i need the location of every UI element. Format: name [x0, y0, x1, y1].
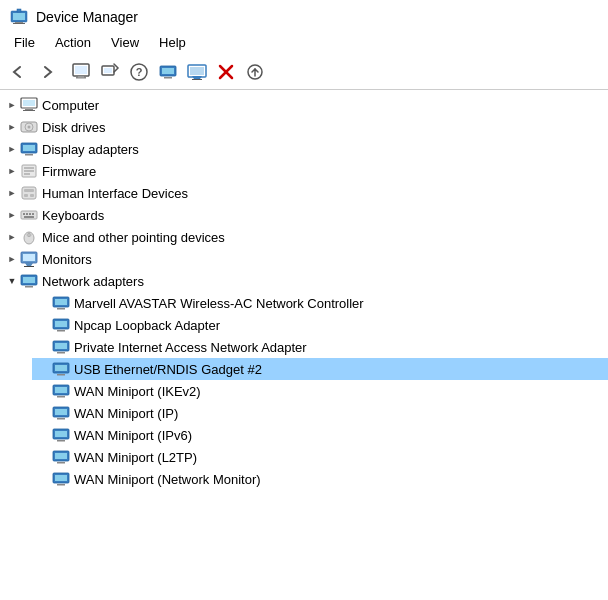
npcap-label: Npcap Loopback Adapter: [74, 318, 220, 333]
keyboard-icon: [20, 206, 38, 224]
tree-item-hid[interactable]: ► Human Interface Devices: [0, 182, 608, 204]
tree-item-mice[interactable]: ► Mice and other pointing devices: [0, 226, 608, 248]
svg-rect-57: [25, 286, 33, 288]
npcap-icon: [52, 316, 70, 334]
tree-item-wan-l2tp[interactable]: ► WAN Miniport (L2TP): [32, 446, 608, 468]
expander-monitors[interactable]: ►: [4, 251, 20, 267]
scan-button[interactable]: [241, 58, 269, 86]
svg-rect-65: [55, 343, 67, 349]
svg-rect-32: [23, 145, 35, 151]
svg-rect-80: [55, 453, 67, 459]
network-adapters-icon: [20, 272, 38, 290]
svg-rect-35: [24, 167, 34, 169]
tree-item-wan-netmon[interactable]: ► WAN Miniport (Network Monitor): [32, 468, 608, 490]
tree-item-marvell[interactable]: ► Marvell AVASTAR Wireless-AC Network Co…: [32, 292, 608, 314]
marvell-icon: [52, 294, 70, 312]
back-button[interactable]: [4, 58, 32, 86]
computer-label: Computer: [42, 98, 99, 113]
mouse-icon: [20, 228, 38, 246]
tree-item-npcap[interactable]: ► Npcap Loopback Adapter: [32, 314, 608, 336]
svg-rect-63: [57, 330, 65, 332]
svg-rect-17: [190, 67, 204, 75]
title-bar: Device Manager: [0, 0, 608, 30]
tree-item-keyboards[interactable]: ► Keyboards: [0, 204, 608, 226]
tree-item-wan-ipv6[interactable]: ► WAN Miniport (IPv6): [32, 424, 608, 446]
update-driver-button[interactable]: [96, 58, 124, 86]
menu-bar: File Action View Help: [0, 30, 608, 55]
svg-rect-25: [23, 100, 35, 106]
network-adapters-label: Network adapters: [42, 274, 144, 289]
tree-item-monitors[interactable]: ► Monitors: [0, 248, 608, 270]
wan-ip-icon: [52, 404, 70, 422]
expander-keyboards[interactable]: ►: [4, 207, 20, 223]
expander-display-adapters[interactable]: ►: [4, 141, 20, 157]
window-title: Device Manager: [36, 9, 138, 25]
properties-button[interactable]: [67, 58, 95, 86]
wan-ikev2-label: WAN Miniport (IKEv2): [74, 384, 201, 399]
menu-view[interactable]: View: [101, 32, 149, 53]
svg-rect-19: [192, 79, 202, 80]
svg-rect-1: [13, 13, 25, 20]
tree-item-display-adapters[interactable]: ► Display adapters: [0, 138, 608, 160]
svg-rect-69: [57, 374, 65, 376]
forward-button[interactable]: [33, 58, 61, 86]
tree-item-network-adapters[interactable]: ▼ Network adapters: [0, 270, 608, 292]
expander-mice[interactable]: ►: [4, 229, 20, 245]
svg-rect-36: [24, 170, 34, 172]
wan-netmon-label: WAN Miniport (Network Monitor): [74, 472, 261, 487]
expander-firmware[interactable]: ►: [4, 163, 20, 179]
svg-rect-37: [24, 173, 30, 175]
tree-item-computer[interactable]: ► Computer: [0, 94, 608, 116]
tree-item-firmware[interactable]: ► Firmware: [0, 160, 608, 182]
mice-label: Mice and other pointing devices: [42, 230, 225, 245]
svg-marker-53: [25, 263, 33, 266]
svg-rect-27: [23, 110, 35, 111]
svg-rect-54: [24, 266, 34, 267]
svg-rect-56: [23, 277, 35, 283]
svg-rect-4: [17, 9, 21, 12]
tree-item-disk-drives[interactable]: ► Disk drives: [0, 116, 608, 138]
display-button[interactable]: [183, 58, 211, 86]
wan-ip-label: WAN Miniport (IP): [74, 406, 178, 421]
svg-rect-59: [55, 299, 67, 305]
help-button[interactable]: ?: [125, 58, 153, 86]
tree-item-usb-ethernet[interactable]: ► USB Ethernet/RNDIS Gadget #2: [32, 358, 608, 380]
menu-action[interactable]: Action: [45, 32, 101, 53]
svg-rect-47: [24, 216, 34, 218]
menu-file[interactable]: File: [4, 32, 45, 53]
tree-item-pia[interactable]: ► Private Internet Access Network Adapte…: [32, 336, 608, 358]
svg-rect-6: [75, 66, 87, 74]
uninstall-button[interactable]: [212, 58, 240, 86]
expander-hid[interactable]: ►: [4, 185, 20, 201]
device-manager-button[interactable]: [154, 58, 182, 86]
svg-rect-75: [57, 418, 65, 420]
svg-point-30: [28, 126, 31, 129]
svg-rect-84: [57, 484, 65, 486]
svg-rect-41: [30, 194, 34, 197]
svg-rect-77: [55, 431, 67, 437]
hid-icon: [20, 184, 38, 202]
svg-rect-62: [55, 321, 67, 327]
svg-rect-43: [23, 213, 25, 215]
svg-rect-39: [24, 189, 34, 192]
svg-marker-18: [192, 76, 202, 79]
wan-ikev2-icon: [52, 382, 70, 400]
expander-disk-drives[interactable]: ►: [4, 119, 20, 135]
svg-rect-52: [23, 254, 35, 261]
svg-rect-38: [22, 187, 36, 199]
svg-rect-15: [164, 77, 172, 79]
toolbar: ?: [0, 55, 608, 90]
disk-icon: [20, 118, 38, 136]
wan-ipv6-label: WAN Miniport (IPv6): [74, 428, 192, 443]
expander-computer[interactable]: ►: [4, 97, 20, 113]
tree-item-wan-ip[interactable]: ► WAN Miniport (IP): [32, 402, 608, 424]
pia-icon: [52, 338, 70, 356]
computer-icon: [20, 96, 38, 114]
expander-network-adapters[interactable]: ▼: [4, 273, 20, 289]
firmware-label: Firmware: [42, 164, 96, 179]
menu-help[interactable]: Help: [149, 32, 196, 53]
svg-rect-78: [57, 440, 65, 442]
svg-rect-74: [55, 409, 67, 415]
usb-ethernet-label: USB Ethernet/RNDIS Gadget #2: [74, 362, 262, 377]
tree-item-wan-ikev2[interactable]: ► WAN Miniport (IKEv2): [32, 380, 608, 402]
